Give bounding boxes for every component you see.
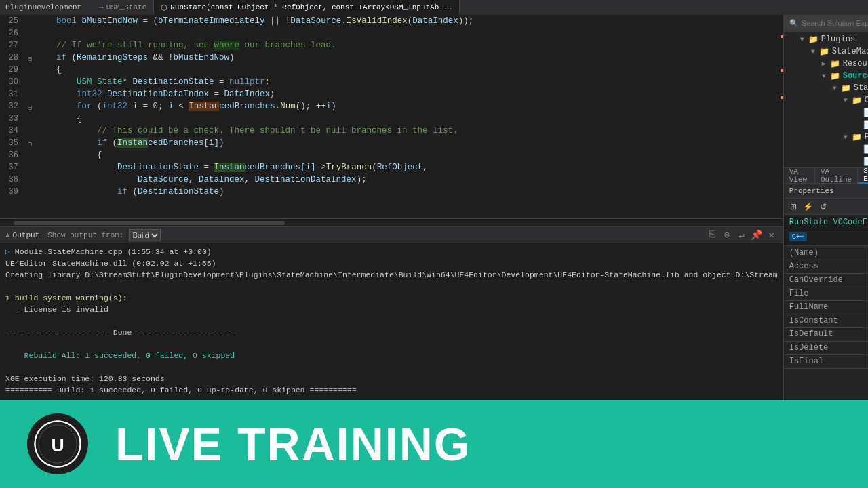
prop-row-isconstant: IsConstant False bbox=[784, 314, 868, 327]
minimap-mark bbox=[781, 35, 783, 38]
h-scrollbar[interactable] bbox=[0, 218, 783, 226]
properties-table: (Name) RunState Access private CanOverri… bbox=[784, 246, 868, 369]
lang-section: C++ bbox=[784, 230, 868, 246]
code-line-39: 39 if (DestinationState) bbox=[0, 186, 783, 198]
minimap-mark bbox=[781, 96, 783, 99]
tab-runstate-icon: ⬡ bbox=[161, 3, 167, 12]
prop-row-canoverride: CanOverride False bbox=[784, 273, 868, 287]
folder-icon: 📁 bbox=[841, 83, 852, 94]
code-line-30: 30 USM_State* DestinationState = nullptr… bbox=[0, 76, 783, 88]
expand-arrow: ▼ bbox=[833, 85, 841, 92]
code-line-27: 27 // If we're still running, see where … bbox=[0, 39, 783, 52]
tree-item-statemachine[interactable]: ▼ 📁 StateMachine bbox=[784, 45, 868, 58]
prop-row-file: File d:\StreamStuff\PluginDevelopment\Pl… bbox=[784, 287, 868, 300]
folder-icon: 📁 bbox=[819, 47, 830, 57]
tree-item-resources[interactable]: ▶ 📁 Resources bbox=[784, 58, 868, 70]
code-line-25: 25 bool bMustEndNow = (bTerminateImmedia… bbox=[0, 15, 783, 27]
output-line bbox=[5, 281, 778, 292]
folder-icon: 📁 bbox=[830, 71, 841, 81]
panel-tabs: VA View VA Outline Solution Exp... Team … bbox=[784, 167, 868, 184]
folder-icon: 📁 bbox=[830, 59, 841, 69]
folder-icon: 📁 bbox=[852, 96, 863, 106]
props-refresh-btn[interactable]: ↺ bbox=[816, 201, 830, 213]
code-lines: 25 bool bMustEndNow = (bTerminateImmedia… bbox=[0, 15, 783, 198]
tab-runstate[interactable]: ⬡ RunState(const UObject * RefObject, co… bbox=[154, 0, 460, 15]
output-source-select[interactable]: Build bbox=[129, 229, 161, 241]
tree-item-dummyobject[interactable]: 📄 DummyObject.h bbox=[784, 106, 868, 119]
minimap-mark bbox=[781, 69, 783, 72]
project-title: PluginDevelopment bbox=[5, 3, 81, 12]
output-pin-icon[interactable]: 📌 bbox=[751, 229, 763, 241]
banner-text: LIVE TRAINING bbox=[115, 418, 471, 470]
output-line bbox=[5, 338, 778, 350]
lang-badge: C++ bbox=[789, 232, 807, 241]
tab-va-outline[interactable]: VA Outline bbox=[815, 167, 858, 184]
output-line: 1 build system warning(s): bbox=[5, 292, 778, 304]
live-training-banner: U LIVE TRAINING bbox=[0, 400, 868, 488]
output-header: ▲ Output Show output from: Build ⎘ ⊗ ↵ 📌… bbox=[0, 227, 783, 243]
output-copy-icon[interactable]: ⎘ bbox=[706, 229, 718, 241]
tree-item-private[interactable]: ▼ 📁 Private bbox=[784, 131, 868, 143]
output-line bbox=[5, 315, 778, 327]
code-line-31: 31 int32 DestinationDataIndex = DataInde… bbox=[0, 88, 783, 100]
prop-row-isdefault: IsDefault False bbox=[784, 327, 868, 341]
prop-row-isfinal: IsFinal False bbox=[784, 354, 868, 368]
output-close-icon[interactable]: ✕ bbox=[766, 229, 778, 241]
tab-va-view[interactable]: VA View bbox=[784, 167, 815, 184]
ue-logo: U bbox=[27, 413, 88, 474]
code-line-29: 29 { bbox=[0, 64, 783, 76]
tab-solution-exp[interactable]: Solution Exp... bbox=[858, 167, 868, 184]
tree-item-sm-state-cpp[interactable]: 📄 SM_State.cpp bbox=[784, 143, 868, 155]
code-line-33: 33 { bbox=[0, 113, 783, 125]
tree-item-source-top[interactable]: ▼ 📁 Source bbox=[784, 70, 868, 82]
output-show-label: Show output from: bbox=[47, 231, 123, 239]
prop-row-access: Access private bbox=[784, 260, 868, 273]
tree-item-plugins[interactable]: ▼ 📁 Plugins bbox=[784, 33, 868, 45]
props-filter-btn[interactable]: ⚡ bbox=[802, 201, 815, 213]
code-line-38: 38 DataSource, DataIndex, DestinationDat… bbox=[0, 174, 783, 186]
output-line: Rebuild All: 1 succeeded, 0 failed, 0 sk… bbox=[5, 350, 778, 361]
code-line-36: 36 { bbox=[0, 149, 783, 161]
output-line: UE4Editor-StateMachine.dll (0:02.02 at +… bbox=[5, 258, 778, 269]
expand-arrow: ▼ bbox=[844, 97, 852, 104]
ue-logo-svg: U bbox=[34, 420, 81, 468]
code-section[interactable]: 25 bool bMustEndNow = (bTerminateImmedia… bbox=[0, 15, 783, 218]
folder-icon: 📁 bbox=[808, 35, 819, 45]
output-title: Output bbox=[13, 231, 40, 239]
code-line-34: 34 // This could be a check. There shoul… bbox=[0, 125, 783, 137]
output-line: ---------------------- Done ------------… bbox=[5, 327, 778, 338]
tab-usm-state[interactable]: → USM_State bbox=[92, 0, 154, 15]
tree-item-statemachine-cpp[interactable]: 📄 StateMachine.cpp bbox=[784, 155, 868, 167]
output-line: Creating library D:\StreamStuff\PluginDe… bbox=[5, 269, 778, 281]
output-wrap-icon[interactable]: ↵ bbox=[736, 229, 748, 241]
expand-arrow: ▼ bbox=[844, 134, 852, 141]
minimap[interactable] bbox=[774, 15, 783, 218]
prop-row-isdelete: IsDelete False bbox=[784, 341, 868, 354]
tree-item-classes[interactable]: ▼ 📁 Classes bbox=[784, 94, 868, 106]
file-icon: 📄 bbox=[863, 120, 868, 130]
output-line: - License is invalid bbox=[5, 304, 778, 315]
folder-icon: 📁 bbox=[852, 132, 863, 142]
output-line: XGE execution time: 120.83 seconds bbox=[5, 373, 778, 384]
title-bar: PluginDevelopment → USM_State ⬡ RunState… bbox=[0, 0, 868, 15]
output-header-icon: ▲ bbox=[5, 231, 10, 239]
prop-row-fullname: FullName USM_State::RunState bbox=[784, 300, 868, 314]
properties-header: Properties ⬇ 📌 bbox=[784, 184, 868, 199]
tree-item-statemachine2[interactable]: ▼ 📁 StateMachine bbox=[784, 82, 868, 94]
file-icon: 📄 bbox=[863, 144, 868, 155]
h-scrollbar-thumb[interactable] bbox=[14, 221, 285, 225]
file-icon: 📄 bbox=[863, 108, 868, 118]
output-line bbox=[5, 361, 778, 373]
search-input[interactable] bbox=[802, 19, 868, 27]
output-clear-icon[interactable]: ⊗ bbox=[721, 229, 733, 241]
code-line-26: 26 bbox=[0, 27, 783, 39]
code-line-37: 37 DestinationState = InstancedBranches[… bbox=[0, 161, 783, 174]
function-header: RunState VCCodeFunction bbox=[784, 215, 868, 230]
tree-item-sm-state-h[interactable]: 📄 SM_State.h bbox=[784, 119, 868, 131]
expand-arrow: ▼ bbox=[811, 48, 819, 56]
props-sort-btn[interactable]: ⊞ bbox=[787, 201, 800, 213]
output-icons: ⎘ ⊗ ↵ 📌 ✕ bbox=[706, 229, 778, 241]
properties-toolbar: ⊞ ⚡ ↺ bbox=[784, 199, 868, 215]
code-line-35: 35 ⊟ if (InstancedBranches[i]) bbox=[0, 137, 783, 149]
expand-arrow: ▼ bbox=[822, 73, 830, 80]
